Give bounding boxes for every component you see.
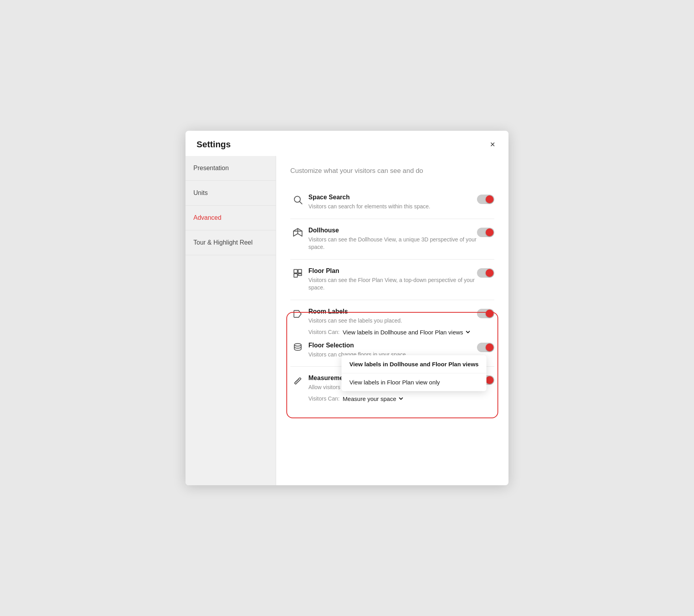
setting-content-floor-plan: Floor Plan Visitors can see the Floor Pl…	[305, 267, 477, 292]
search-icon	[290, 195, 305, 205]
svg-rect-6	[298, 269, 302, 273]
setting-content-room-labels: Room Labels Visitors can see the labels …	[305, 308, 477, 336]
toggle-space-search[interactable]	[477, 195, 494, 204]
setting-name-floor-selection: Floor Selection	[308, 342, 477, 349]
floor-plan-icon	[290, 268, 305, 278]
setting-name-space-search: Space Search	[308, 194, 477, 201]
toggle-dollhouse[interactable]	[477, 228, 494, 237]
sidebar-item-presentation[interactable]: Presentation	[186, 156, 276, 181]
setting-row-dollhouse: Dollhouse Visitors can see the Dollhouse…	[290, 219, 494, 260]
sidebar-item-advanced[interactable]: Advanced	[186, 206, 276, 230]
floor-selection-icon	[290, 343, 305, 353]
visitors-can-label-measurement: Visitors Can:	[308, 395, 340, 402]
svg-line-1	[300, 202, 302, 204]
setting-row-space-search: Space Search Visitors can search for ele…	[290, 186, 494, 219]
toggle-floor-plan[interactable]	[477, 268, 494, 278]
room-labels-dropdown-button[interactable]: View labels in Dollhouse and Floor Plan …	[343, 329, 471, 336]
close-button[interactable]: ×	[488, 139, 497, 150]
modal-header: Settings ×	[186, 131, 508, 156]
toggle-room-labels[interactable]	[477, 309, 494, 318]
svg-rect-5	[294, 269, 297, 273]
settings-list: Space Search Visitors can search for ele…	[290, 186, 494, 410]
setting-desc-dollhouse: Visitors can see the Dollhouse View, a u…	[308, 236, 477, 251]
svg-rect-7	[294, 274, 297, 277]
visitors-can-label-room-labels: Visitors Can:	[308, 329, 340, 335]
dropdown-option-floor-plan-only[interactable]: View labels in Floor Plan view only	[341, 373, 486, 391]
room-labels-icon	[290, 309, 305, 319]
measurement-dropdown-button[interactable]: Measure your space	[343, 395, 404, 402]
content-subtitle: Customize what your visitors can see and…	[290, 167, 494, 175]
room-labels-dropdown-popup: View labels in Dollhouse and Floor Plan …	[341, 355, 486, 391]
sidebar-item-tour-highlight-reel[interactable]: Tour & Highlight Reel	[186, 230, 276, 255]
measurement-icon	[290, 375, 305, 386]
dropdown-option-dollhouse-floor-plan[interactable]: View labels in Dollhouse and Floor Plan …	[341, 355, 486, 373]
settings-modal: Settings × Presentation Units Advanced T…	[186, 131, 508, 485]
modal-title: Settings	[197, 139, 231, 150]
setting-content-space-search: Space Search Visitors can search for ele…	[305, 194, 477, 211]
measurement-dropdown-value: Measure your space	[343, 395, 396, 402]
setting-desc-room-labels: Visitors can see the labels you placed.	[308, 317, 477, 325]
setting-name-room-labels: Room Labels	[308, 308, 477, 315]
setting-name-dollhouse: Dollhouse	[308, 227, 477, 234]
toggle-floor-selection[interactable]	[477, 343, 494, 352]
setting-desc-floor-plan: Visitors can see the Floor Plan View, a …	[308, 276, 477, 292]
svg-point-9	[294, 343, 301, 346]
modal-body: Presentation Units Advanced Tour & Highl…	[186, 156, 508, 485]
setting-content-dollhouse: Dollhouse Visitors can see the Dollhouse…	[305, 227, 477, 251]
visitors-can-measurement-mode: Visitors Can: Measure your space	[308, 395, 477, 402]
setting-desc-space-search: Visitors can search for elements within …	[308, 203, 477, 211]
setting-row-room-labels: Room Labels Visitors can see the labels …	[290, 300, 494, 339]
svg-rect-10	[295, 378, 301, 384]
room-labels-dropdown-value: View labels in Dollhouse and Floor Plan …	[343, 329, 463, 336]
dollhouse-icon	[290, 228, 305, 238]
sidebar: Presentation Units Advanced Tour & Highl…	[186, 156, 276, 485]
setting-name-floor-plan: Floor Plan	[308, 267, 477, 275]
sidebar-item-units[interactable]: Units	[186, 181, 276, 206]
setting-row-floor-plan: Floor Plan Visitors can see the Floor Pl…	[290, 260, 494, 300]
svg-rect-8	[298, 274, 302, 275]
content-area: Customize what your visitors can see and…	[276, 156, 508, 485]
visitors-can-room-labels: Visitors Can: View labels in Dollhouse a…	[308, 329, 477, 336]
